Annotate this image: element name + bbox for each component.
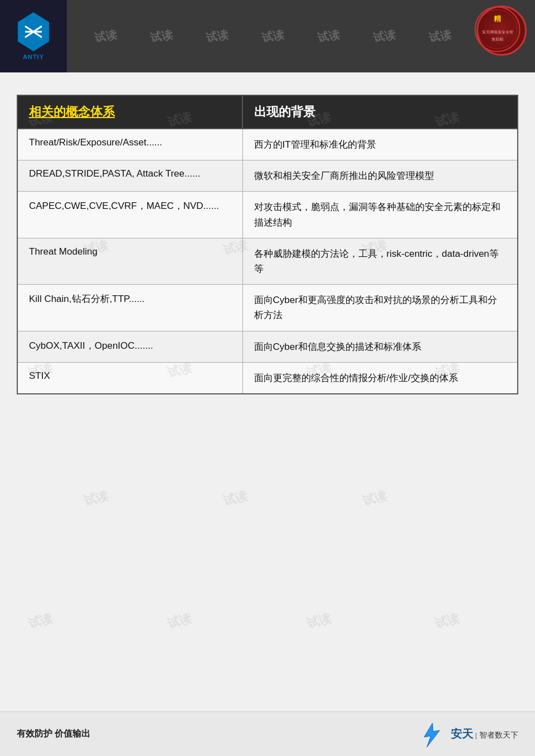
wm-13: 试读 <box>221 487 249 510</box>
header-wm-7: 试读 <box>428 27 453 46</box>
footer-logo-sub: 智者数天下 <box>479 730 518 740</box>
wm-15: 试读 <box>26 610 54 632</box>
logo-hexagon <box>14 12 53 51</box>
table-row: DREAD,STRIDE,PASTA, Attack Tree......微软和… <box>17 160 518 192</box>
header-wm-1: 试读 <box>94 27 118 46</box>
footer-logo-pipe: | <box>475 731 477 739</box>
header: ANTIY 试读 试读 试读 试读 试读 试读 试读 试读 精 安天网络安全令营… <box>0 0 535 72</box>
cell-right-1: 微软和相关安全厂商所推出的风险管理模型 <box>242 160 518 192</box>
cell-left-6: STIX <box>17 362 242 394</box>
col1-header: 相关的概念体系 <box>17 95 242 129</box>
footer-logo-main: 安天 <box>451 726 473 742</box>
cell-right-5: 面向Cyber和信息交换的描述和标准体系 <box>242 331 518 362</box>
logo-text: ANTIY <box>23 53 44 60</box>
wm-16: 试读 <box>166 610 193 632</box>
wm-14: 试读 <box>361 487 388 510</box>
footer-logo-text-group: 安天 | 智者数天下 <box>451 726 518 742</box>
cell-right-0: 西方的IT管理和标准化的背景 <box>242 129 518 160</box>
cell-right-3: 各种威胁建模的方法论，工具，risk-centric，data-driven等等 <box>242 238 518 284</box>
wm-17: 试读 <box>305 610 333 632</box>
table-row: Threat/Risk/Exposure/Asset......西方的IT管理和… <box>17 129 518 160</box>
table-row: CAPEC,CWE,CVE,CVRF，MAEC，NVD......对攻击模式，脆… <box>17 192 518 238</box>
footer: 有效防护 价值输出 安天 | 智者数天下 <box>0 711 535 756</box>
footer-left-text: 有效防护 价值输出 <box>17 728 90 740</box>
table-row: Kill Chain,钻石分析,TTP......面向Cyber和更高强度的攻击… <box>17 285 518 331</box>
svg-text:精: 精 <box>493 14 502 23</box>
footer-logo: 安天 | 智者数天下 <box>419 720 518 748</box>
header-wm-4: 试读 <box>261 27 285 46</box>
header-badge: 精 安天网络安全令营 第四期 <box>474 6 529 56</box>
cell-right-4: 面向Cyber和更高强度的攻击和对抗的场景的分析工具和分析方法 <box>242 285 518 331</box>
header-watermarks: 试读 试读 试读 试读 试读 试读 试读 试读 <box>67 29 535 44</box>
main-content: 相关的概念体系 出现的背景 Threat/Risk/Exposure/Asset… <box>0 72 535 406</box>
header-wm-5: 试读 <box>317 27 341 46</box>
table-row: CybOX,TAXII，OpenIOC.......面向Cyber和信息交换的描… <box>17 331 518 362</box>
wm-18: 试读 <box>433 610 461 632</box>
svg-text:第四期: 第四期 <box>492 37 503 41</box>
svg-marker-8 <box>424 723 440 747</box>
cell-left-5: CybOX,TAXII，OpenIOC....... <box>17 331 242 362</box>
svg-point-3 <box>475 7 520 52</box>
logo-svg <box>20 18 47 46</box>
col2-header: 出现的背景 <box>242 95 518 129</box>
cell-left-4: Kill Chain,钻石分析,TTP...... <box>17 285 242 331</box>
cell-left-0: Threat/Risk/Exposure/Asset...... <box>17 129 242 160</box>
badge-svg: 精 安天网络安全令营 第四期 <box>474 6 521 53</box>
cell-left-3: Threat Modeling <box>17 238 242 284</box>
content-table: 相关的概念体系 出现的背景 Threat/Risk/Exposure/Asset… <box>17 95 518 394</box>
badge-circle: 精 安天网络安全令营 第四期 <box>476 6 527 56</box>
logo-area: ANTIY <box>0 0 67 72</box>
svg-text:安天网络安全令营: 安天网络安全令营 <box>482 30 513 35</box>
wm-12: 试读 <box>82 487 110 510</box>
cell-left-2: CAPEC,CWE,CVE,CVRF，MAEC，NVD...... <box>17 192 242 238</box>
cell-right-6: 面向更完整的综合性的情报分析/作业/交换的体系 <box>242 362 518 394</box>
footer-logo-svg <box>419 720 446 748</box>
header-wm-3: 试读 <box>205 27 230 46</box>
table-row: STIX面向更完整的综合性的情报分析/作业/交换的体系 <box>17 362 518 394</box>
cell-left-1: DREAD,STRIDE,PASTA, Attack Tree...... <box>17 160 242 192</box>
header-wm-2: 试读 <box>149 27 174 46</box>
table-row: Threat Modeling各种威胁建模的方法论，工具，risk-centri… <box>17 238 518 284</box>
cell-right-2: 对攻击模式，脆弱点，漏洞等各种基础的安全元素的标定和描述结构 <box>242 192 518 238</box>
header-wm-6: 试读 <box>372 27 397 46</box>
